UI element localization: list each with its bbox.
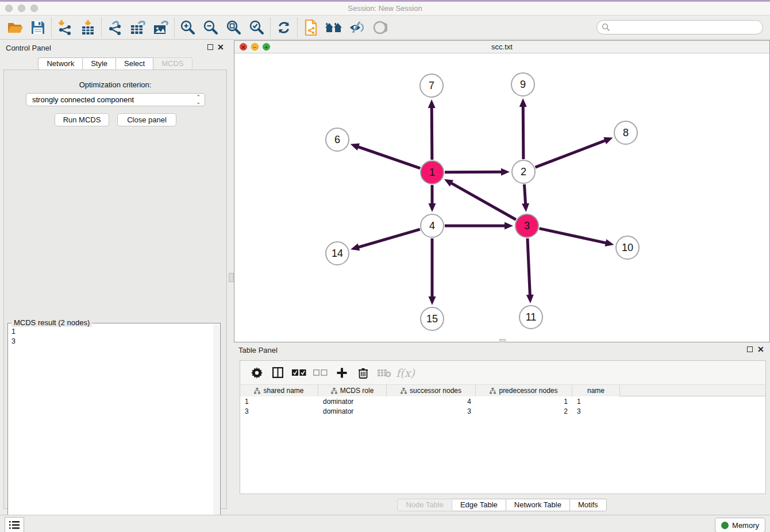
- close-table-panel-icon[interactable]: ✕: [757, 345, 764, 354]
- graph-edge-1-7[interactable]: [432, 107, 432, 160]
- run-mcds-button[interactable]: Run MCDS: [55, 113, 109, 126]
- delete-column-button[interactable]: [352, 363, 374, 383]
- column-header-name[interactable]: name: [572, 385, 620, 396]
- zoom-fit-button[interactable]: [222, 17, 245, 38]
- graph-edge-3-1[interactable]: [451, 183, 516, 219]
- cell-successor-nodes[interactable]: 4: [387, 397, 476, 407]
- column-header-predecessor-nodes[interactable]: predecessor nodes: [476, 385, 572, 396]
- graph-edge-2-3[interactable]: [524, 184, 525, 205]
- column-header-shared-name[interactable]: shared name: [240, 385, 318, 396]
- result-scrollbar[interactable]: [213, 324, 220, 532]
- graph-edge-arrowhead: [429, 296, 436, 305]
- graph-node-6[interactable]: 6: [325, 128, 349, 152]
- tab-node-table[interactable]: Node Table: [397, 499, 452, 511]
- graph-edge-arrowhead: [605, 239, 614, 246]
- cell-mcds-role[interactable]: dominator: [318, 407, 387, 417]
- export-image-button[interactable]: [149, 17, 172, 38]
- splitter-grip[interactable]: [229, 273, 234, 282]
- search-input[interactable]: [610, 22, 763, 33]
- graph-node-9[interactable]: 9: [511, 72, 535, 97]
- tab-network-table[interactable]: Network Table: [506, 499, 570, 511]
- tab-mcds[interactable]: MCDS: [153, 57, 192, 70]
- control-panel-header: Control Panel ✕: [0, 40, 230, 56]
- zoom-in-button[interactable]: [176, 17, 199, 38]
- graph-node-14[interactable]: 14: [325, 241, 349, 265]
- task-history-button[interactable]: [5, 517, 24, 532]
- list-icon: [9, 521, 20, 530]
- graph-edge-1-2[interactable]: [445, 172, 502, 172]
- table-toolbar: f(x): [240, 361, 765, 385]
- close-panel-icon[interactable]: ✕: [217, 43, 224, 52]
- refresh-button[interactable]: [272, 17, 295, 38]
- zoom-out-button[interactable]: [199, 17, 222, 38]
- graph-edge-4-14[interactable]: [358, 229, 420, 248]
- cell-predecessor-nodes[interactable]: 2: [476, 407, 572, 417]
- tab-edge-table[interactable]: Edge Table: [452, 499, 506, 511]
- column-type-icon: [331, 388, 337, 394]
- tab-style[interactable]: Style: [83, 57, 116, 70]
- memory-label: Memory: [732, 521, 759, 530]
- toolbar-separator: [51, 18, 52, 37]
- table-settings-button[interactable]: [246, 363, 267, 383]
- optimization-criterion-select[interactable]: strongly connected component ⌃⌄: [26, 93, 205, 106]
- export-table-button[interactable]: [126, 17, 149, 38]
- select-all-columns-button[interactable]: [288, 363, 310, 383]
- close-panel-button[interactable]: Close panel: [117, 113, 176, 126]
- show-column-panel-button[interactable]: [267, 363, 288, 383]
- clone-network-button[interactable]: [299, 17, 322, 38]
- graph-edge-arrowhead: [501, 168, 510, 176]
- column-header-mcds-role[interactable]: MCDS role: [318, 385, 387, 396]
- graph-node-10[interactable]: 10: [615, 236, 640, 260]
- table-row[interactable]: 3 dominator 3 2 3: [240, 407, 765, 417]
- float-table-panel-icon[interactable]: [747, 346, 753, 352]
- table-panel-title: Table Panel: [238, 346, 278, 354]
- create-column-button[interactable]: [331, 363, 352, 383]
- cell-shared-name[interactable]: 1: [240, 397, 318, 407]
- graph-edge-2-9[interactable]: [523, 106, 523, 159]
- network-canvas[interactable]: 7968124314101511: [234, 53, 769, 342]
- cell-predecessor-nodes[interactable]: 1: [476, 397, 572, 407]
- show-view-button[interactable]: [368, 17, 391, 38]
- cell-successor-nodes[interactable]: 3: [387, 407, 476, 417]
- tab-select[interactable]: Select: [116, 57, 153, 70]
- cell-shared-name[interactable]: 3: [240, 407, 318, 417]
- table-row[interactable]: 1 dominator 4 1 1: [240, 397, 765, 407]
- tab-motifs[interactable]: Motifs: [570, 499, 607, 511]
- graph-node-8[interactable]: 8: [614, 121, 638, 145]
- cell-name[interactable]: 3: [572, 407, 620, 417]
- tab-network[interactable]: Network: [38, 57, 83, 70]
- home-view-button[interactable]: [322, 17, 345, 38]
- zoom-selected-button[interactable]: [245, 17, 268, 38]
- unselect-all-columns-button[interactable]: [310, 363, 331, 383]
- columns-icon: [272, 367, 283, 378]
- graph-edge-3-10[interactable]: [539, 229, 606, 243]
- save-session-button[interactable]: [26, 17, 49, 38]
- graph-edge-arrowhead: [522, 203, 529, 212]
- export-network-button[interactable]: [103, 17, 126, 38]
- control-panel-tabs: Network Style Select MCDS: [0, 57, 230, 70]
- import-network-button[interactable]: [53, 17, 76, 38]
- hide-panel-button[interactable]: [345, 17, 368, 38]
- cell-mcds-role[interactable]: dominator: [318, 397, 387, 407]
- graph-node-7[interactable]: 7: [419, 74, 444, 98]
- checked-boxes-icon: [292, 369, 306, 376]
- graph-edge-1-6[interactable]: [357, 147, 420, 168]
- cell-name[interactable]: 1: [572, 397, 620, 407]
- graph-edge-3-11[interactable]: [528, 238, 530, 296]
- function-builder-button[interactable]: f(x): [395, 363, 416, 383]
- memory-button[interactable]: Memory: [715, 518, 765, 532]
- toolbar-separator: [101, 18, 102, 37]
- float-panel-icon[interactable]: [207, 44, 213, 50]
- delete-table-button[interactable]: [374, 363, 395, 383]
- import-table-button[interactable]: [76, 17, 99, 38]
- graph-node-11[interactable]: 11: [519, 305, 543, 329]
- graph-edge-2-8[interactable]: [536, 140, 606, 167]
- column-header-successor-nodes[interactable]: successor nodes: [387, 385, 476, 396]
- graph-node-1[interactable]: 1: [420, 160, 444, 184]
- graph-node-2[interactable]: 2: [511, 160, 536, 184]
- search-field[interactable]: [596, 20, 763, 34]
- graph-node-3[interactable]: 3: [515, 214, 539, 238]
- graph-node-15[interactable]: 15: [420, 307, 444, 331]
- open-file-button[interactable]: [3, 17, 26, 38]
- graph-node-4[interactable]: 4: [420, 214, 444, 238]
